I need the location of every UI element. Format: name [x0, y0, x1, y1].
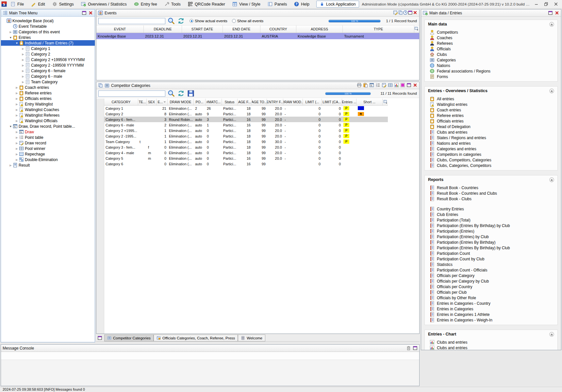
collapsed-arrow-icon[interactable]: ▶ — [15, 158, 19, 161]
tree-node-entries[interactable]: ▼Entries — [1, 35, 95, 40]
collapsed-arrow-icon[interactable]: ▶ — [15, 97, 19, 100]
category-row-category-2[interactable]: Category 28Elimination (...auto9Partici.… — [104, 111, 388, 117]
close-icon[interactable] — [413, 10, 418, 15]
window-restore-button[interactable] — [541, 0, 551, 8]
tree-node-referee-entries[interactable]: ▶Referee entries — [1, 90, 95, 96]
link-participation-total[interactable]: Participation (Total) — [425, 217, 557, 223]
collapsed-arrow-icon[interactable]: ▶ — [15, 114, 19, 117]
categories-column-entries[interactable]: Entries ... — [342, 99, 356, 105]
events-column-type[interactable]: TYPE — [343, 25, 414, 33]
link-entries-in-categories-weigh-in[interactable]: Entries in Categories - Weigh-In — [425, 317, 557, 323]
link-clubs-competitors-categories[interactable]: Clubs, Competitors, Categories — [425, 157, 557, 163]
link-country-entries[interactable]: Country Entries — [425, 206, 557, 212]
link-club-entries[interactable]: Club Entries — [425, 212, 557, 217]
collapsed-arrow-icon[interactable]: ▶ — [21, 53, 25, 56]
draw-icon[interactable] — [369, 83, 374, 88]
link-participation-entries-by-birthday-by-club[interactable]: Participation (Entries By Birthday) by C… — [425, 223, 557, 228]
events-column-start-date[interactable]: START DATE — [182, 25, 223, 33]
lock-application-button[interactable]: Lock Application — [316, 1, 359, 8]
tree-node-category-2-199508-yyyymm[interactable]: ▶Category 2 +199508 YYYYMM — [1, 57, 95, 62]
tree-node-team-category[interactable]: ▶Team Category — [1, 79, 95, 85]
categories-column-te[interactable]: TE... — [138, 99, 147, 105]
link-participation-entries-by-club[interactable]: Participation (Entries) by Club — [425, 234, 557, 239]
edit-table-icon[interactable] — [393, 10, 398, 15]
close-icon[interactable] — [88, 10, 93, 15]
link-participation-entries-by-birthday-by-club[interactable]: Participation (Entries By Birthday) by C… — [425, 245, 557, 251]
categories-column-limit-ca[interactable]: LIMIT (CA... — [322, 99, 342, 105]
category-row-category-6-fem[interactable]: Category 6 - fem...3Round Robin...auto3P… — [104, 117, 388, 122]
chevron-up-icon[interactable] — [549, 89, 554, 93]
radio-show-actual-events[interactable]: Show actual events — [190, 19, 232, 23]
chevron-up-icon[interactable] — [549, 332, 554, 337]
menu-item-qrcode-reader[interactable]: QRCode Reader — [184, 0, 229, 8]
category-row-category-1[interactable]: Category 121Elimination (...226Partici..… — [104, 106, 388, 111]
link-head-of-delegation[interactable]: Head of Delegation — [425, 124, 557, 129]
collapsed-arrow-icon[interactable]: ▶ — [15, 153, 19, 156]
category-row-category-3-fem[interactable]: Category 3 - fem...f0Elimination (...aut… — [104, 144, 388, 150]
collapsed-arrow-icon[interactable]: ▶ — [15, 147, 19, 150]
column-chooser-icon[interactable] — [414, 26, 419, 31]
layout-icon[interactable] — [400, 83, 405, 88]
events-column-deadline[interactable]: DEADLINE — [144, 25, 182, 33]
tab-competitor-categories[interactable]: Competitor Categories — [104, 335, 154, 341]
link-forms[interactable]: Forms — [425, 74, 557, 79]
search-button[interactable] — [167, 90, 175, 97]
radio-button-icon[interactable] — [190, 19, 193, 23]
menu-item-overviews-statistics[interactable]: Overviews / Statistics — [77, 0, 130, 8]
tree-node-category-6-male[interactable]: ▶Category 6 - male — [1, 74, 95, 79]
save-button[interactable] — [187, 90, 195, 97]
events-column-address[interactable]: ADDRESS — [296, 25, 343, 33]
link-result-book-clubs[interactable]: Result Book - Clubs — [425, 196, 557, 202]
collapsed-arrow-icon[interactable]: ▶ — [8, 30, 13, 34]
categories-column-po[interactable]: PO... — [194, 99, 206, 105]
tree-node-draw-draw-record-point-table[interactable]: ▼Draw, Draw record, Point table... — [1, 123, 95, 129]
category-row-team-category[interactable]: Team Categoryt1Elimination (...auto0Part… — [104, 139, 388, 144]
link-categories[interactable]: Categories — [425, 57, 557, 63]
chevron-up-icon[interactable] — [549, 177, 554, 182]
categories-column-status[interactable]: Status — [222, 99, 238, 105]
event-row-knowledge-base[interactable]: Knowledge Base2023.12.312023.12.312023.1… — [96, 33, 419, 39]
categories-column-short[interactable]: Short ... — [356, 99, 383, 105]
category-row-category-2-1995[interactable]: Category 2 +1995...1Elimination (...auto… — [104, 128, 388, 133]
menu-item-edit[interactable]: Edit — [27, 0, 49, 8]
paste-icon[interactable] — [363, 83, 368, 88]
tab-welcome[interactable]: Welcome — [238, 335, 265, 341]
window-close-button[interactable] — [551, 0, 561, 8]
link-officials-by-other-role[interactable]: Officials by Other Role — [425, 295, 557, 301]
link-participation-count-by-club[interactable]: Participation Count by Club — [425, 256, 557, 262]
refresh-button[interactable] — [177, 90, 185, 97]
link-participation-count-officials[interactable]: Participation Count - Officials — [425, 267, 557, 273]
collapsed-arrow-icon[interactable]: ▶ — [21, 64, 25, 67]
tree-node-category-2-199508-yyyymm[interactable]: ▶Category 2 -199508 YYYYMM — [1, 62, 95, 68]
print-icon[interactable] — [357, 83, 362, 88]
link-federal-associations-regions[interactable]: Federal associations / Regions — [425, 68, 557, 74]
collapsed-arrow-icon[interactable]: ▶ — [15, 103, 19, 106]
link-states-regions-and-entries[interactable]: States / Regions and entries — [425, 135, 557, 140]
menu-item-tools[interactable]: Tools — [161, 0, 184, 8]
radio-show-all-events[interactable]: Show all events — [232, 19, 268, 23]
category-row-category-6-male[interactable]: Category 6 - male2Elimination (...auto1P… — [104, 122, 388, 128]
refresh-button[interactable] — [177, 17, 185, 24]
categories-column-category[interactable]: CATEGORY — [104, 99, 138, 105]
categories-column-sex[interactable]: SEX — [147, 99, 157, 105]
categories-column-limit[interactable]: LIMIT (... — [303, 99, 322, 105]
maximize-icon[interactable] — [406, 83, 411, 88]
link-participation-count[interactable]: Participation Count — [425, 251, 557, 256]
categories-column-e[interactable]: E... — [157, 99, 168, 105]
tree-node-category-6-female[interactable]: ▶Category 6 - female — [1, 68, 95, 74]
close-icon[interactable] — [413, 83, 418, 88]
maximize-icon[interactable] — [548, 10, 553, 15]
category-row-category-6[interactable]: Category 60Elimination (...auto0Partici.… — [104, 161, 388, 167]
categories-column-draw-mode[interactable]: DRAW MODE — [168, 99, 194, 105]
tree-node-result[interactable]: ▶Result — [1, 162, 95, 168]
link-officials[interactable]: Officials — [425, 46, 557, 52]
maximize-icon[interactable] — [408, 10, 413, 15]
link-officials-entries[interactable]: Officials entries — [425, 118, 557, 124]
tree-node-repechage[interactable]: ▶Repechage — [1, 151, 95, 157]
tree-node-event-timetable[interactable]: Event Timetable — [1, 24, 95, 29]
collapsed-arrow-icon[interactable]: ▶ — [21, 47, 25, 50]
pool-winner-icon[interactable] — [388, 83, 393, 88]
link-result-book-countries-and-clubs[interactable]: Result Book - Countries and Clubs — [425, 190, 557, 196]
chart-icon[interactable] — [394, 83, 399, 88]
tree-node-waitinglist-officials[interactable]: ▶Waitinglist Officials — [1, 118, 95, 123]
